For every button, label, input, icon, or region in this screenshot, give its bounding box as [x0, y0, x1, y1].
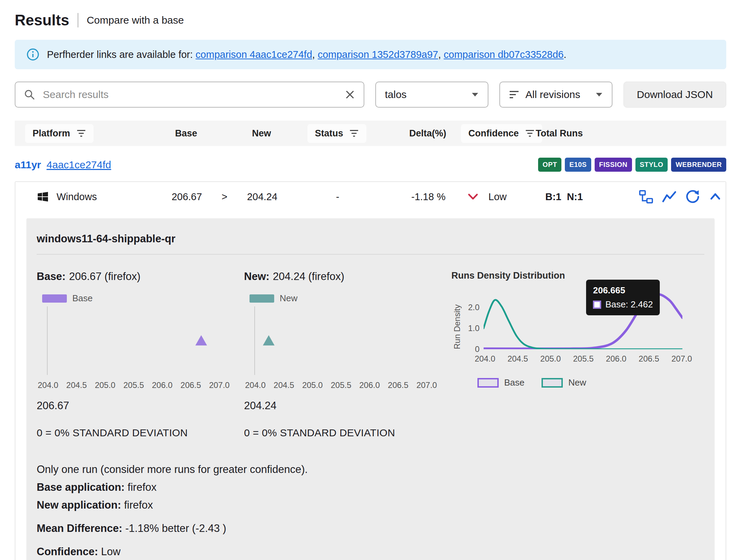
chart-tooltip: 206.665 Base: 2.462: [586, 280, 660, 315]
test-name: windows11-64-shippable-qr: [37, 233, 704, 255]
base-application-line: Base application: firefox: [37, 481, 704, 494]
total-runs-value: B:1 N:1: [536, 191, 605, 203]
revisions-filter-select[interactable]: All revisions: [499, 82, 612, 108]
status-filter-button[interactable]: Status: [307, 124, 367, 143]
new-application-value: firefox: [124, 499, 153, 511]
density-legend-item: New: [542, 377, 586, 388]
new-stddev: 0 = 0% STANDARD DEVIATION: [244, 427, 451, 439]
density-y-axis-label: Run Density: [451, 293, 463, 349]
confidence-label: Confidence:: [37, 546, 98, 558]
tag-badge: FISSION: [595, 158, 632, 172]
subtests-icon[interactable]: [639, 189, 654, 204]
runs-base-value: 1: [556, 191, 561, 202]
alert-links: comparison 4aac1ce274fd, comparison 1352…: [196, 49, 567, 60]
base-head: Base:206.67 (firefox): [37, 270, 244, 283]
collapse-chevron-icon[interactable]: [708, 190, 722, 204]
density-title: Runs Density Distribution: [451, 270, 704, 281]
search-input[interactable]: [42, 88, 338, 101]
clear-search-icon[interactable]: [344, 89, 355, 100]
base-head-label: Base:: [37, 270, 65, 282]
density-block: Runs Density Distribution Run Density 2.…: [451, 270, 704, 439]
alert-prefix: Perfherder links are available for:: [47, 49, 196, 60]
filter-icon: [76, 130, 86, 137]
new-mean-value: 204.24: [244, 400, 451, 412]
revision-hash-link[interactable]: 4aac1ce274fd: [47, 159, 111, 171]
trend-down-icon: [468, 193, 488, 200]
delta-value: -1.18 %: [389, 191, 468, 203]
new-legend: New: [250, 293, 451, 304]
framework-value: talos: [385, 89, 465, 100]
new-x-ticks: 204.0204.5205.0205.5206.0206.5207.0: [245, 380, 437, 390]
platform-filter-button[interactable]: Platform: [25, 124, 94, 143]
new-value: 204.24: [238, 191, 286, 203]
new-header: New: [238, 128, 286, 139]
suite-link[interactable]: a11yr: [15, 159, 41, 171]
mean-difference-label: Mean Difference:: [37, 522, 122, 534]
density-plot-area: 206.665 Base: 2.462: [484, 293, 682, 349]
mean-difference-line: Mean Difference: -1.18% better (-2.43 ): [37, 522, 704, 535]
tooltip-entry: Base: 2.462: [605, 299, 653, 310]
new-legend-swatch: [250, 294, 274, 303]
table-header: Platform Base New Status Delta(%) Confid…: [15, 121, 726, 146]
tooltip-value: 206.665: [593, 285, 653, 296]
new-head: New:204.24 (firefox): [244, 270, 451, 283]
confidence-header-label: Confidence: [469, 128, 519, 139]
comparison-link[interactable]: comparison 4aac1ce274fd: [196, 49, 312, 60]
refresh-icon[interactable]: [685, 189, 700, 204]
comparison-link[interactable]: comparison 1352d3789a97: [318, 49, 438, 60]
tag-badge: E10S: [565, 158, 591, 172]
new-mini-plot: [254, 306, 427, 375]
expanded-detail: windows11-64-shippable-qr Base:206.67 (f…: [15, 211, 726, 560]
base-header: Base: [162, 128, 210, 139]
page-subtitle: Compare with a base: [87, 14, 184, 26]
only-one-run-note: Only one run (consider more runs for gre…: [37, 463, 704, 476]
new-application-line: New application: firefox: [37, 499, 704, 511]
base-marker-triangle: [195, 335, 207, 345]
page-header: Results Compare with a base: [15, 12, 726, 29]
base-mean-value: 206.67: [37, 400, 244, 412]
comparison-link[interactable]: comparison db07c33528d6: [444, 49, 564, 60]
density-x-ticks: 204.0204.5205.0205.5206.0206.5207.0: [475, 354, 692, 364]
direction-sign: >: [211, 191, 238, 203]
base-application-label: Base application:: [37, 481, 125, 493]
tag-badge: WEBRENDER: [671, 158, 726, 172]
page-title: Results: [15, 12, 69, 29]
density-legend: BaseNew: [477, 377, 704, 388]
base-value: 206.67: [163, 191, 211, 203]
filter-icon: [349, 130, 359, 137]
detail-notes: Only one run (consider more runs for gre…: [37, 463, 704, 560]
info-icon: [26, 48, 39, 61]
base-legend: Base: [42, 293, 244, 304]
confidence-filter-button[interactable]: Confidence: [461, 124, 542, 143]
alert-text: Perfherder links are available for: comp…: [47, 49, 566, 60]
status-header-label: Status: [315, 128, 343, 139]
chevron-down-icon: [595, 92, 603, 97]
base-x-ticks: 204.0204.5205.0205.5206.0206.5207.0: [38, 380, 230, 390]
new-application-label: New application:: [37, 499, 121, 511]
density-yticks: 2.01.00: [463, 293, 484, 349]
status-value: -: [286, 191, 389, 203]
search-icon: [24, 89, 35, 100]
windows-icon: [37, 191, 49, 203]
result-row[interactable]: Windows 206.67 > 204.24 - -1.18 % Low B:…: [15, 182, 726, 211]
confidence-value: Low: [488, 191, 536, 203]
density-chart: Run Density 2.01.00 206.665 Base: 2.462: [451, 293, 704, 349]
charts-row: Base:206.67 (firefox) Base 204.0204.5205…: [37, 270, 704, 439]
runs-base-label: B:: [545, 191, 556, 202]
confidence-note-value: Low: [101, 546, 121, 558]
base-legend-swatch: [42, 294, 67, 303]
base-distribution-block: Base:206.67 (firefox) Base 204.0204.5205…: [37, 270, 244, 439]
base-mini-plot: [47, 306, 220, 375]
tag-badge: STYLO: [635, 158, 668, 172]
title-divider: [77, 13, 78, 27]
base-head-value: 206.67 (firefox): [69, 270, 141, 282]
detail-panel: windows11-64-shippable-qr Base:206.67 (f…: [26, 218, 715, 560]
download-json-button[interactable]: Download JSON: [623, 82, 726, 108]
revision-tags: OPTE10SFISSIONSTYLOWEBRENDER: [538, 158, 726, 172]
runs-new-value: 1: [577, 191, 583, 202]
runs-new-label: N:: [567, 191, 578, 202]
graph-icon[interactable]: [662, 189, 677, 204]
new-head-value: 204.24 (firefox): [273, 270, 344, 282]
mean-difference-value: -1.18% better (-2.43 ): [125, 522, 226, 534]
framework-select[interactable]: talos: [375, 82, 488, 108]
